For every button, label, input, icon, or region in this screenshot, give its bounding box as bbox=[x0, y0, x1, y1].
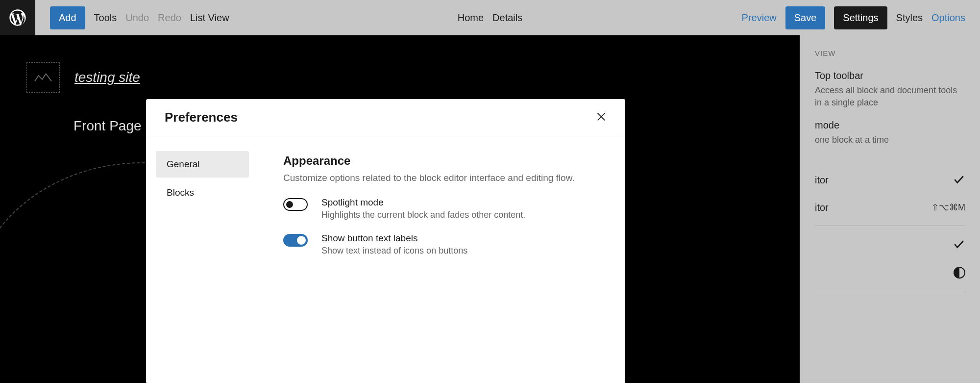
site-logo-placeholder[interactable] bbox=[26, 62, 60, 93]
toggle-desc: Highlights the current block and fades o… bbox=[321, 210, 525, 220]
modal-header: Preferences bbox=[146, 99, 625, 136]
topbar-left-group: Add Tools Undo Redo List View bbox=[35, 6, 229, 29]
tab-blocks[interactable]: Blocks bbox=[156, 179, 249, 206]
image-placeholder-icon bbox=[34, 72, 52, 83]
close-button[interactable] bbox=[596, 111, 607, 124]
wordpress-icon bbox=[8, 8, 27, 27]
option-desc: Access all block and document tools in a… bbox=[815, 84, 965, 109]
modal-sidebar: General Blocks bbox=[146, 136, 259, 383]
redo-button[interactable]: Redo bbox=[158, 12, 181, 24]
list-view-button[interactable]: List View bbox=[190, 12, 229, 24]
topbar-center-group: Home Details bbox=[458, 12, 523, 24]
modal-title: Preferences bbox=[165, 110, 238, 125]
top-toolbar: Add Tools Undo Redo List View Home Detai… bbox=[0, 0, 980, 35]
option-editor-row-1[interactable]: itor bbox=[815, 166, 965, 195]
toggle-label: Spotlight mode bbox=[321, 197, 525, 208]
section-desc: Customize options related to the block e… bbox=[283, 173, 601, 183]
close-icon bbox=[596, 111, 607, 122]
tab-general[interactable]: General bbox=[156, 151, 249, 178]
keyboard-shortcut: ⇧⌥⌘M bbox=[931, 202, 965, 213]
preferences-modal: Preferences General Blocks Appearance Cu… bbox=[146, 99, 625, 383]
option-mode[interactable]: mode one block at a time bbox=[815, 120, 965, 146]
check-icon bbox=[953, 173, 965, 188]
row-label: itor bbox=[815, 175, 829, 186]
settings-button[interactable]: Settings bbox=[834, 6, 887, 29]
wordpress-logo-button[interactable] bbox=[0, 0, 35, 35]
home-button[interactable]: Home bbox=[458, 12, 484, 24]
site-title-link[interactable]: testing site bbox=[74, 70, 140, 85]
option-desc: one block at a time bbox=[815, 134, 965, 146]
toggle-desc: Show text instead of icons on buttons bbox=[321, 246, 467, 256]
add-button[interactable]: Add bbox=[50, 6, 85, 29]
options-dropdown-panel: VIEW Top toolbar Access all block and do… bbox=[800, 35, 980, 383]
undo-button[interactable]: Undo bbox=[125, 12, 149, 24]
option-row-contrast[interactable] bbox=[815, 260, 965, 286]
option-top-toolbar[interactable]: Top toolbar Access all block and documen… bbox=[815, 70, 965, 109]
panel-view-heading: VIEW bbox=[815, 49, 965, 57]
modal-content: Appearance Customize options related to … bbox=[259, 136, 625, 383]
panel-divider bbox=[815, 226, 965, 226]
option-row-check[interactable] bbox=[815, 231, 965, 260]
modal-body: General Blocks Appearance Customize opti… bbox=[146, 136, 625, 383]
options-button[interactable]: Options bbox=[931, 12, 965, 24]
topbar-right-group: Preview Save Settings Styles Options bbox=[742, 6, 980, 29]
section-title: Appearance bbox=[283, 154, 601, 168]
details-button[interactable]: Details bbox=[492, 12, 522, 24]
styles-button[interactable]: Styles bbox=[896, 12, 923, 24]
check-icon bbox=[953, 238, 965, 253]
preview-button[interactable]: Preview bbox=[742, 12, 777, 24]
toggle-show-button-labels: Show button text labels Show text instea… bbox=[283, 233, 601, 256]
toggle-switch[interactable] bbox=[283, 234, 308, 247]
option-title: Top toolbar bbox=[815, 70, 965, 81]
toggle-spotlight-mode: Spotlight mode Highlights the current bl… bbox=[283, 197, 601, 220]
toggle-label: Show button text labels bbox=[321, 233, 467, 244]
option-editor-row-2[interactable]: itor ⇧⌥⌘M bbox=[815, 195, 965, 221]
toggle-switch[interactable] bbox=[283, 198, 308, 211]
tools-button[interactable]: Tools bbox=[94, 12, 117, 24]
row-label: itor bbox=[815, 202, 829, 213]
save-button[interactable]: Save bbox=[785, 6, 826, 29]
option-title: mode bbox=[815, 120, 965, 131]
panel-divider bbox=[815, 291, 965, 291]
contrast-icon bbox=[954, 267, 965, 279]
